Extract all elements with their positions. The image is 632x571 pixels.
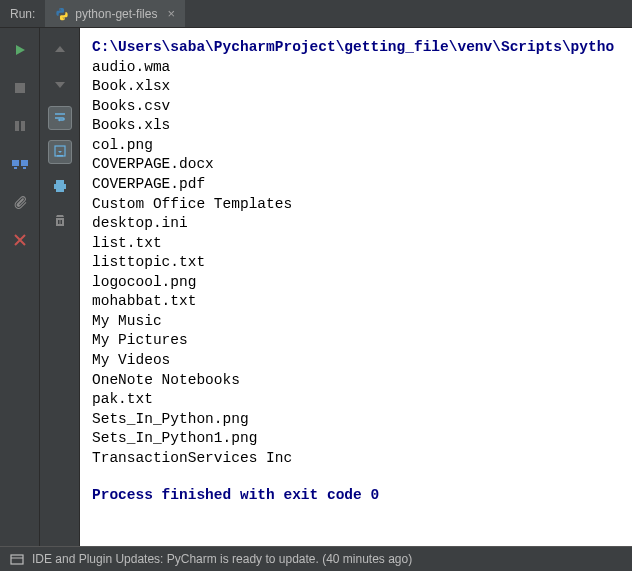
run-tool-header: Run: python-get-files × xyxy=(0,0,632,28)
svg-rect-3 xyxy=(12,160,19,166)
exit-button[interactable] xyxy=(8,228,32,252)
console-command-line: C:\Users\saba\PycharmProject\getting_fil… xyxy=(92,38,620,58)
svg-rect-1 xyxy=(15,121,19,131)
down-button[interactable] xyxy=(48,72,72,96)
dump-threads-button[interactable] xyxy=(8,152,32,176)
console-line: Book.xlsx xyxy=(92,77,620,97)
clear-all-button[interactable] xyxy=(48,208,72,232)
console-line: TransactionServices Inc xyxy=(92,449,620,469)
console-line: desktop.ini xyxy=(92,214,620,234)
console-line: COVERPAGE.pdf xyxy=(92,175,620,195)
status-text: IDE and Plugin Updates: PyCharm is ready… xyxy=(32,552,412,566)
svg-rect-4 xyxy=(21,160,28,166)
console-line: My Music xyxy=(92,312,620,332)
console-line: Custom Office Templates xyxy=(92,195,620,215)
console-line: logocool.png xyxy=(92,273,620,293)
svg-rect-8 xyxy=(56,180,64,184)
up-button[interactable] xyxy=(48,38,72,62)
console-line: Sets_In_Python.png xyxy=(92,410,620,430)
run-tab[interactable]: python-get-files × xyxy=(45,0,185,27)
python-icon xyxy=(55,7,69,21)
scroll-to-end-button[interactable] xyxy=(48,140,72,164)
console-line: pak.txt xyxy=(92,390,620,410)
run-label: Run: xyxy=(0,7,45,21)
run-tool-body: C:\Users\saba\PycharmProject\getting_fil… xyxy=(0,28,632,546)
console-line: Books.xls xyxy=(92,116,620,136)
console-line: audio.wma xyxy=(92,58,620,78)
console-line: My Pictures xyxy=(92,331,620,351)
console-line: listtopic.txt xyxy=(92,253,620,273)
svg-rect-5 xyxy=(14,167,17,169)
svg-rect-2 xyxy=(21,121,25,131)
console-line: My Videos xyxy=(92,351,620,371)
console-line: col.png xyxy=(92,136,620,156)
close-icon[interactable]: × xyxy=(167,6,175,21)
run-gutter-secondary xyxy=(40,28,80,546)
console-output[interactable]: C:\Users\saba\PycharmProject\getting_fil… xyxy=(80,28,632,546)
run-gutter-primary xyxy=(0,28,40,546)
console-line: mohabbat.txt xyxy=(92,292,620,312)
attach-button[interactable] xyxy=(8,190,32,214)
svg-rect-6 xyxy=(23,167,26,169)
rerun-button[interactable] xyxy=(8,38,32,62)
console-line: Books.csv xyxy=(92,97,620,117)
pause-button[interactable] xyxy=(8,114,32,138)
svg-rect-10 xyxy=(56,188,64,192)
svg-rect-11 xyxy=(11,555,23,564)
console-line: COVERPAGE.docx xyxy=(92,155,620,175)
soft-wrap-button[interactable] xyxy=(48,106,72,130)
status-bar: IDE and Plugin Updates: PyCharm is ready… xyxy=(0,546,632,571)
stop-button[interactable] xyxy=(8,76,32,100)
svg-rect-0 xyxy=(15,83,25,93)
console-line: list.txt xyxy=(92,234,620,254)
run-tab-label: python-get-files xyxy=(75,7,157,21)
console-line: OneNote Notebooks xyxy=(92,371,620,391)
notification-icon[interactable] xyxy=(10,552,24,566)
print-button[interactable] xyxy=(48,174,72,198)
console-exit-line: Process finished with exit code 0 xyxy=(92,486,620,506)
console-line: Sets_In_Python1.png xyxy=(92,429,620,449)
